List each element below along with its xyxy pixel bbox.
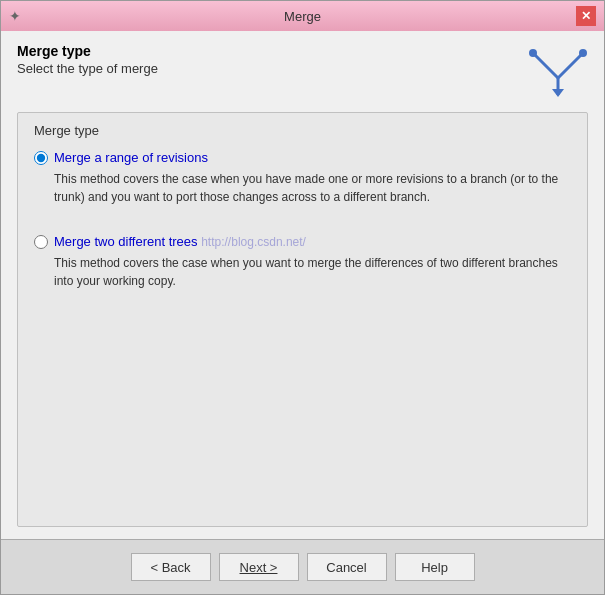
spacer <box>34 214 571 234</box>
radio-trees[interactable] <box>34 235 48 249</box>
option-trees-description: This method covers the case when you wan… <box>54 254 571 290</box>
option-range-text: Merge a range of revisions <box>54 150 208 165</box>
group-legend: Merge type <box>34 123 571 138</box>
option-trees-text: Merge two different trees http://blog.cs… <box>54 234 306 249</box>
header-section: Merge type Select the type of merge <box>17 43 588 98</box>
svg-line-0 <box>533 53 558 78</box>
header-title: Merge type <box>17 43 158 59</box>
radio-range[interactable] <box>34 151 48 165</box>
close-button[interactable]: ✕ <box>576 6 596 26</box>
merge-type-group: Merge type Merge a range of revisions Th… <box>17 112 588 527</box>
next-text: Next > <box>240 560 278 575</box>
option-trees-label[interactable]: Merge two different trees http://blog.cs… <box>34 234 571 249</box>
svg-marker-3 <box>552 89 564 97</box>
bottom-bar: < Back Next > Cancel Help <box>1 539 604 594</box>
merge-icon <box>528 43 588 98</box>
option-range: Merge a range of revisions This method c… <box>34 150 571 206</box>
svg-point-5 <box>579 49 587 57</box>
next-label: Next > <box>240 560 278 575</box>
back-button[interactable]: < Back <box>131 553 211 581</box>
option-range-description: This method covers the case when you hav… <box>54 170 571 206</box>
watermark-inline: http://blog.csdn.net/ <box>201 235 306 249</box>
help-button[interactable]: Help <box>395 553 475 581</box>
app-icon: ✦ <box>9 8 21 24</box>
cancel-button[interactable]: Cancel <box>307 553 387 581</box>
merge-dialog: ✦ Merge ✕ Merge type Select the type of … <box>0 0 605 595</box>
option-trees: Merge two different trees http://blog.cs… <box>34 234 571 290</box>
window-title: Merge <box>284 9 321 24</box>
svg-line-1 <box>558 53 583 78</box>
content-area: Merge type Select the type of merge <box>1 31 604 539</box>
title-bar-left: ✦ <box>9 8 21 24</box>
header-text: Merge type Select the type of merge <box>17 43 158 76</box>
header-subtitle: Select the type of merge <box>17 61 158 76</box>
svg-point-4 <box>529 49 537 57</box>
title-bar: ✦ Merge ✕ <box>1 1 604 31</box>
option-range-label[interactable]: Merge a range of revisions <box>34 150 571 165</box>
next-button[interactable]: Next > <box>219 553 299 581</box>
